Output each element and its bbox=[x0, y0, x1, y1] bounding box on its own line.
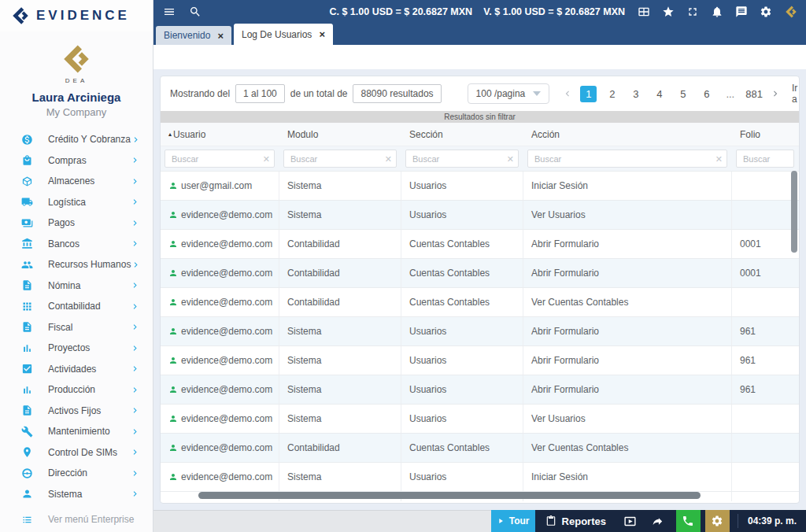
sidebar-item-logistica[interactable]: Logística bbox=[0, 192, 153, 213]
sidebar-item-sistema[interactable]: Sistema bbox=[0, 484, 153, 505]
filter-input-accion[interactable] bbox=[527, 150, 727, 168]
page-ellipsis: ... bbox=[722, 86, 738, 102]
clear-filter-icon[interactable]: ✕ bbox=[507, 153, 514, 164]
sidebar-item-mantenimiento[interactable]: Mantenimiento bbox=[0, 421, 153, 442]
sidebar-item-contabilidad[interactable]: Contabilidad bbox=[0, 296, 153, 317]
video-icon[interactable] bbox=[623, 515, 637, 528]
whatsapp-icon bbox=[682, 515, 694, 527]
sidebar-item-bancos[interactable]: Bancos bbox=[0, 234, 153, 255]
reportes-button[interactable]: Reportes bbox=[535, 515, 616, 527]
search-icon[interactable] bbox=[189, 6, 202, 18]
cell-accion: Abrir Formulario bbox=[523, 259, 732, 287]
bottombar-spacer bbox=[153, 510, 491, 532]
close-icon[interactable]: × bbox=[319, 29, 325, 39]
page-button-6[interactable]: 6 bbox=[698, 86, 715, 102]
warehouse-box-icon bbox=[21, 175, 33, 187]
sidebar-item-compras[interactable]: Compras bbox=[0, 150, 153, 172]
shopping-bag-icon bbox=[21, 154, 33, 166]
column-header-modulo[interactable]: Modulo bbox=[279, 129, 401, 140]
sidebar-item-produccion[interactable]: Producción bbox=[0, 379, 153, 401]
table-row[interactable]: evidence@demo.comContabilidadCuentas Con… bbox=[161, 288, 799, 317]
table-row[interactable]: evidence@demo.comSistemaUsuariosAbrir Fo… bbox=[161, 317, 799, 346]
table-row[interactable]: evidence@demo.comSistemaUsuariosIniciar … bbox=[161, 463, 799, 492]
sidebar-item-actividades[interactable]: Actividades bbox=[0, 359, 153, 380]
chevron-right-icon bbox=[130, 322, 140, 332]
rates-table-icon[interactable] bbox=[638, 6, 650, 18]
fullscreen-icon[interactable] bbox=[686, 6, 699, 18]
column-header-usuario[interactable]: ▴Usuario bbox=[161, 129, 279, 140]
per-page-select[interactable]: 100 /pagina bbox=[468, 83, 550, 104]
showing-total: 88090 resultados bbox=[353, 84, 441, 103]
page-button-4[interactable]: 4 bbox=[651, 86, 667, 102]
cell-accion: Ver Usuarios bbox=[523, 201, 732, 229]
sidebar-item-fiscal[interactable]: Fiscal bbox=[0, 317, 153, 338]
sidebar-footer-enterprise[interactable]: Ver menú Enterprise bbox=[0, 507, 153, 532]
sidebar-item-recursos-humanos[interactable]: Recursos Humanos bbox=[0, 254, 153, 275]
showing-middle: de un total de bbox=[290, 88, 348, 99]
page-button-1[interactable]: 1 bbox=[580, 86, 597, 102]
page-button-3[interactable]: 3 bbox=[627, 86, 644, 102]
cell-accion: Abrir Formulario bbox=[523, 346, 732, 375]
cell-folio bbox=[732, 201, 799, 229]
production-chart-icon bbox=[21, 384, 33, 396]
cell-accion: Iniciar Sesión bbox=[523, 463, 732, 491]
horizontal-scrollbar[interactable] bbox=[198, 492, 701, 499]
sidebar-item-proyectos[interactable]: Proyectos bbox=[0, 338, 153, 359]
table-row[interactable]: evidence@demo.comSistemaUsuariosVer Usua… bbox=[161, 405, 799, 434]
whatsapp-button[interactable] bbox=[676, 510, 701, 532]
filter-row: ✕ ✕ ✕ ✕ bbox=[161, 146, 799, 172]
sidebar-item-control-de-sims[interactable]: Control De SIMs bbox=[0, 442, 153, 464]
clear-filter-icon[interactable]: ✕ bbox=[715, 153, 723, 164]
column-header-accion[interactable]: Acción bbox=[523, 129, 732, 140]
table-row[interactable]: evidence@demo.comContabilidadCuentas Con… bbox=[161, 230, 799, 259]
tab-log-de-usuarios[interactable]: Log De Usuarios× bbox=[234, 24, 333, 45]
forward-arrow-icon[interactable] bbox=[651, 515, 664, 528]
filter-input-folio[interactable] bbox=[736, 150, 794, 168]
sidebar-item-nomina[interactable]: Nómina bbox=[0, 275, 153, 297]
filter-input-usuario[interactable] bbox=[165, 150, 275, 168]
table-row[interactable]: evidence@demo.comSistemaUsuariosAbrir Fo… bbox=[161, 346, 799, 375]
filter-input-seccion[interactable] bbox=[405, 150, 519, 168]
table-header: ▴Usuario Modulo Sección Acción Folio bbox=[161, 123, 799, 146]
messages-chat-icon[interactable] bbox=[735, 6, 748, 18]
tour-button[interactable]: Tour bbox=[491, 510, 535, 532]
settings-button[interactable] bbox=[705, 510, 730, 532]
close-icon[interactable]: × bbox=[217, 31, 224, 41]
sidebar-item-direccion[interactable]: Dirección bbox=[0, 463, 153, 484]
table-row[interactable]: evidence@demo.comContabilidadCuentas Con… bbox=[161, 259, 799, 288]
sidebar: EVIDENCE DEA Laura Arciniega My Company … bbox=[0, 0, 153, 532]
table-row[interactable]: user@gmail.comSistemaUsuariosIniciar Ses… bbox=[161, 172, 799, 201]
calculator-grid-icon bbox=[21, 301, 33, 312]
table-row[interactable]: evidence@demo.comSistemaUsuariosAbrir Fo… bbox=[161, 375, 799, 405]
brand-gold-logo-icon[interactable] bbox=[784, 5, 798, 19]
cell-modulo: Sistema bbox=[279, 317, 401, 345]
menu-icon[interactable] bbox=[163, 6, 176, 18]
cell-seccion: Cuentas Contables bbox=[401, 288, 523, 316]
table-row[interactable]: evidence@demo.comSistemaUsuariosVer Usua… bbox=[161, 201, 799, 230]
cell-usuario: evidence@demo.com bbox=[161, 288, 279, 316]
exchange-rate-sell: V. $ 1.00 USD = $ 20.6827 MXN bbox=[483, 6, 625, 17]
notifications-bell-icon[interactable] bbox=[711, 6, 723, 18]
settings-gear-icon[interactable] bbox=[760, 6, 772, 18]
page-button-2[interactable]: 2 bbox=[604, 86, 620, 102]
table-row[interactable]: evidence@demo.comContabilidadCuentas Con… bbox=[161, 434, 799, 463]
sidebar-item-activos-fijos[interactable]: Activos Fijos bbox=[0, 401, 153, 422]
cell-modulo: Contabilidad bbox=[279, 259, 401, 287]
page-button-881[interactable]: 881 bbox=[745, 86, 763, 102]
sidebar-item-credito-y-cobranza[interactable]: Crédito Y Cobranza bbox=[0, 129, 153, 150]
favorites-star-icon[interactable] bbox=[662, 6, 675, 18]
tab-bienvenido[interactable]: Bienvenido× bbox=[156, 26, 231, 45]
sidebar-item-pagos[interactable]: Pagos bbox=[0, 212, 153, 234]
user-icon bbox=[168, 327, 178, 336]
clear-filter-icon[interactable]: ✕ bbox=[263, 153, 270, 164]
vertical-scrollbar[interactable] bbox=[791, 171, 797, 253]
sidebar-item-almacenes[interactable]: Almacenes bbox=[0, 171, 153, 192]
filter-input-modulo[interactable] bbox=[283, 150, 397, 168]
cell-modulo: Contabilidad bbox=[279, 288, 401, 316]
page-button-5[interactable]: 5 bbox=[675, 86, 691, 102]
chevron-left-icon[interactable] bbox=[562, 88, 573, 99]
clear-filter-icon[interactable]: ✕ bbox=[385, 153, 392, 164]
chevron-right-icon[interactable] bbox=[770, 88, 781, 99]
column-header-folio[interactable]: Folio bbox=[732, 129, 799, 140]
column-header-seccion[interactable]: Sección bbox=[401, 129, 523, 140]
